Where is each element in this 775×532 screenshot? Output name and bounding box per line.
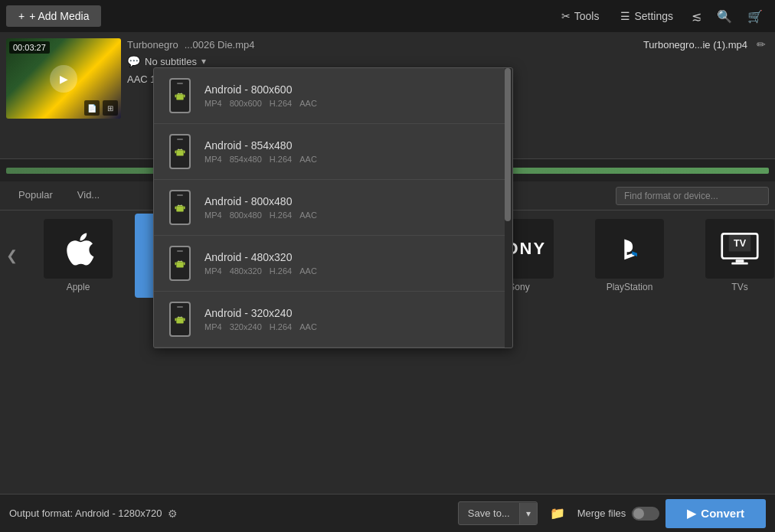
subtitle-label: No subtitles [145, 56, 197, 67]
dropdown-item-0[interactable]: Android - 800x600 MP4 800x600 H.264 AAC [154, 68, 512, 124]
dropdown-scrollbar[interactable] [505, 68, 512, 348]
device-item-tvs[interactable]: TV TVs [686, 214, 775, 298]
svg-point-28 [181, 204, 181, 205]
spec-0-1: 800x600 [230, 99, 262, 108]
svg-rect-33 [175, 318, 176, 321]
svg-rect-26 [184, 207, 185, 210]
video-grid-icon[interactable]: ⊞ [103, 100, 118, 116]
dropdown-specs-4: MP4 320x240 H.264 AAC [204, 322, 500, 331]
cart-button[interactable]: 🛒 [741, 5, 769, 28]
bottom-bar: Output format: Android - 1280x720 ⚙ Save… [0, 494, 775, 532]
add-media-button[interactable]: + + Add Media [6, 5, 101, 27]
dropdown-name-3: Android - 480x320 [204, 251, 500, 263]
dropdown-item-4[interactable]: Android - 320x240 MP4 320x240 H.264 AAC [154, 292, 512, 348]
settings-icon: ☰ [620, 10, 630, 22]
dropdown-specs-1: MP4 854x480 H.264 AAC [204, 155, 500, 164]
output-format-label: Output format: Android - 1280x720 [9, 508, 162, 519]
svg-rect-16 [731, 263, 747, 265]
apple-logo-svg [61, 230, 95, 268]
toolbar-right: ✂ Tools ☰ Settings ≲ 🔍 🛒 [552, 5, 769, 28]
spec-1-0: MP4 [204, 155, 222, 164]
svg-point-19 [178, 93, 179, 93]
spec-4-1: 320x240 [230, 322, 262, 331]
tv-logo-svg: TV [719, 230, 760, 268]
filename-left: Turbonegro [127, 39, 178, 51]
dropdown-specs-3: MP4 480x320 H.264 AAC [204, 266, 500, 276]
tools-button[interactable]: ✂ Tools [552, 6, 609, 26]
video-action-icons: 📄 ⊞ [84, 100, 118, 116]
cart-icon: 🛒 [747, 10, 763, 23]
dropdown-info-0: Android - 800x600 MP4 800x600 H.264 AAC [204, 83, 500, 108]
find-format-input[interactable] [616, 187, 769, 205]
spec-4-2: H.264 [270, 322, 292, 331]
settings-label: Settings [634, 10, 673, 22]
spec-0-0: MP4 [204, 99, 222, 108]
dropdown-info-3: Android - 480x320 MP4 480x320 H.264 AAC [204, 251, 500, 276]
android-small-icon-0 [174, 90, 186, 101]
dropdown-device-icon-3 [166, 243, 194, 283]
scrollthumb[interactable] [505, 68, 511, 221]
svg-text:TV: TV [734, 238, 747, 249]
merge-toggle[interactable] [632, 507, 659, 521]
spec-4-0: MP4 [204, 322, 222, 331]
spec-2-3: AAC [299, 211, 317, 220]
dropdown-device-icon-4 [166, 299, 194, 339]
save-to-button[interactable]: Save to... ▾ [458, 501, 538, 525]
svg-rect-34 [184, 318, 185, 321]
merge-label: Merge files [577, 508, 626, 519]
tab-video[interactable]: Vid... [65, 183, 112, 208]
convert-button[interactable]: ▶ Convert [665, 499, 766, 528]
search-button[interactable]: 🔍 [711, 5, 738, 28]
dropdown-item-2[interactable]: Android - 800x480 MP4 800x480 H.264 AAC [154, 180, 512, 236]
dropdown-name-0: Android - 800x600 [204, 83, 500, 96]
dropdown-item-1[interactable]: Android - 854x480 MP4 854x480 H.264 AAC [154, 124, 512, 180]
plus-icon: + [18, 10, 25, 22]
output-settings-button[interactable]: ⚙ [168, 508, 178, 520]
share-icon: ≲ [692, 10, 701, 23]
dropdown-name-4: Android - 320x240 [204, 307, 500, 319]
filename-sep: ...0026 Die.mp4 [185, 39, 255, 51]
tab-popular[interactable]: Popular [6, 183, 65, 208]
spec-1-2: H.264 [270, 155, 292, 164]
dropdown-name-1: Android - 854x480 [204, 139, 500, 152]
dropdown-info-2: Android - 800x480 MP4 800x480 H.264 AAC [204, 195, 500, 220]
spec-2-2: H.264 [270, 211, 292, 220]
video-doc-icon[interactable]: 📄 [84, 100, 100, 116]
svg-rect-30 [184, 263, 185, 266]
spec-2-0: MP4 [204, 211, 222, 220]
add-media-label: + Add Media [29, 10, 89, 22]
spec-3-1: 480x320 [230, 266, 262, 276]
subtitle-dropdown-arrow: ▾ [201, 56, 206, 67]
tools-icon: ✂ [561, 10, 571, 22]
svg-point-24 [181, 149, 181, 149]
svg-point-32 [181, 260, 181, 261]
dropdown-item-3[interactable]: Android - 480x320 MP4 480x320 H.264 AAC [154, 236, 512, 292]
filename-edit-button[interactable]: ✏ [754, 38, 769, 51]
svg-point-36 [181, 316, 181, 317]
android-small-icon-4 [174, 314, 186, 325]
save-to-dropdown-arrow[interactable]: ▾ [519, 503, 537, 524]
spec-3-3: AAC [299, 266, 317, 276]
svg-rect-18 [184, 95, 185, 98]
svg-point-35 [178, 316, 179, 317]
settings-button[interactable]: ☰ Settings [611, 6, 682, 26]
dropdown-info-1: Android - 854x480 MP4 854x480 H.264 AAC [204, 139, 500, 164]
save-to-main-button[interactable]: Save to... [459, 502, 519, 524]
spec-4-3: AAC [299, 322, 317, 331]
dropdown-specs-0: MP4 800x600 H.264 AAC [204, 99, 500, 108]
svg-rect-29 [175, 263, 176, 266]
svg-rect-15 [736, 259, 744, 263]
subtitle-button[interactable]: No subtitles [145, 56, 197, 67]
nav-arrow-left[interactable]: ❮ [0, 241, 24, 270]
format-dropdown: Android - 800x600 MP4 800x600 H.264 AAC [153, 67, 513, 348]
apple-icon-box [44, 219, 113, 279]
spec-3-2: H.264 [270, 266, 292, 276]
svg-rect-22 [184, 151, 185, 154]
svg-rect-21 [175, 151, 176, 154]
play-button[interactable]: ▶ [50, 65, 77, 93]
device-item-apple[interactable]: Apple [25, 214, 132, 298]
share-button[interactable]: ≲ [685, 5, 708, 28]
device-item-playstation[interactable]: PlayStation [576, 214, 683, 298]
search-icon: 🔍 [717, 10, 732, 23]
open-folder-button[interactable]: 📁 [544, 506, 571, 521]
